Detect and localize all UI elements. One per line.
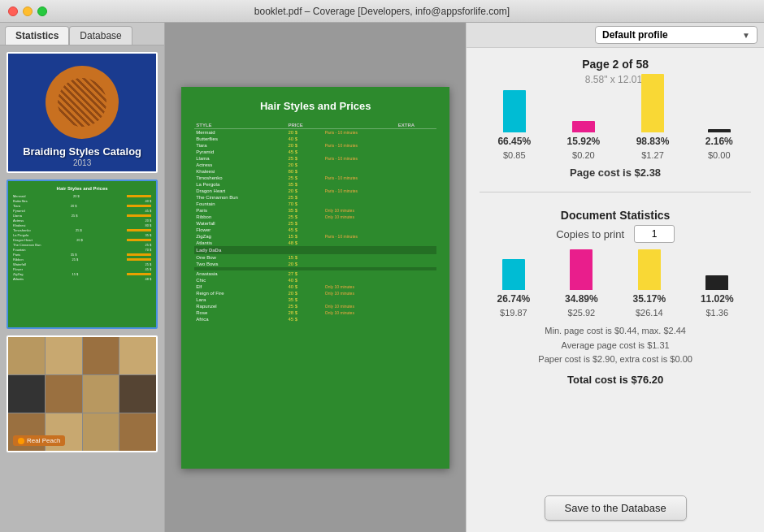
- doc-yellow-pct: 35.17%: [632, 293, 666, 305]
- price-cell: 25 $: [286, 155, 323, 162]
- note-cell: [323, 194, 397, 201]
- extra-cell: [397, 155, 436, 162]
- photo-cell: [46, 375, 82, 413]
- list-item: Pyramid45 $: [13, 209, 151, 213]
- chevron-down-icon: ▼: [742, 31, 750, 40]
- table-row: Timoshenko: [194, 175, 286, 181]
- title-bar: booklet.pdf – Coverage [Developers, info…: [0, 0, 764, 23]
- list-item: Actress20 $: [13, 218, 151, 223]
- window-title: booklet.pdf – Coverage [Developers, info…: [254, 6, 510, 17]
- col-extra: EXTRA: [397, 122, 436, 129]
- table-row: Rose: [194, 309, 286, 316]
- table-row: Fountain: [194, 201, 286, 207]
- extra-cell: [397, 254, 436, 261]
- table-row: Two Bows: [194, 261, 286, 267]
- profile-dropdown[interactable]: Default profile ▼: [595, 26, 757, 44]
- tab-database[interactable]: Database: [69, 26, 132, 45]
- list-item: Butterflies40 $: [13, 199, 151, 203]
- note-cell: [323, 181, 397, 188]
- extra-cell: [397, 149, 436, 155]
- magenta-cost: $0.20: [572, 150, 595, 160]
- page-info-title: Page 2 of 58: [480, 58, 751, 71]
- total-cost: Total cost is $76.20: [480, 374, 751, 386]
- table-row: Khaleesi: [194, 168, 286, 175]
- photo-cell: [8, 375, 45, 413]
- cyan-bar: [503, 90, 526, 132]
- extra-cell: [397, 240, 436, 246]
- page-dimensions: 8.58" x 12.01": [480, 74, 751, 85]
- list-item: Llama25 $: [13, 214, 151, 218]
- close-button[interactable]: [8, 6, 18, 16]
- average-line: Average page cost is $1.31: [480, 339, 751, 353]
- price-cell: 25 $: [286, 220, 323, 227]
- note-cell: Only 10 minutes: [323, 207, 397, 214]
- price-cell: 20 $: [286, 142, 323, 149]
- page2-title: Hair Styles and Prices: [13, 186, 151, 191]
- price-cell: 20 $: [286, 290, 323, 296]
- cover-year: 2013: [73, 158, 91, 167]
- cyan-bar-group: 66.45% $0.85: [497, 90, 531, 160]
- table-row: Atlantis: [194, 240, 286, 246]
- photo-cell: [8, 337, 45, 374]
- window-controls: [8, 6, 47, 16]
- doc-yellow-cost: $26.14: [636, 308, 663, 318]
- price-cell: 28 $: [286, 309, 323, 316]
- table-section-header: Lady DaDa: [194, 246, 436, 254]
- table-row: Lara: [194, 296, 286, 303]
- maximize-button[interactable]: [37, 6, 47, 16]
- price-cell: 27 $: [286, 270, 323, 277]
- tab-statistics[interactable]: Statistics: [5, 26, 69, 45]
- save-to-database-button[interactable]: Save to the Database: [545, 495, 687, 521]
- doc-black-bar: [705, 275, 728, 290]
- note-cell: [323, 240, 397, 246]
- extra-cell: [397, 207, 436, 214]
- photo-cell: [83, 413, 119, 451]
- extra-cell: [397, 261, 436, 267]
- price-cell: 35 $: [286, 207, 323, 214]
- copies-input[interactable]: [634, 225, 675, 243]
- yellow-pct: 98.83%: [636, 136, 670, 147]
- extra-cell: [397, 296, 436, 303]
- photo-cell: [119, 413, 156, 451]
- table-row: Mermaid: [194, 128, 286, 136]
- thumbnail-page2[interactable]: Hair Styles and Prices Mermaid20 $ Butte…: [7, 179, 158, 329]
- note-cell: [323, 270, 397, 277]
- thumbnail-photos[interactable]: Real Peach: [7, 335, 158, 452]
- price-cell: 20 $: [286, 188, 323, 194]
- price-cell: 15 $: [286, 233, 323, 240]
- copies-label: Copies to print: [556, 228, 624, 240]
- extra-cell: [397, 214, 436, 220]
- minimize-button[interactable]: [23, 6, 33, 16]
- list-item: Tiara20 $: [13, 204, 151, 208]
- note-cell: [323, 162, 397, 168]
- price-cell: 45 $: [286, 149, 323, 155]
- note-cell: Paris - 10 minutes: [323, 128, 397, 136]
- note-cell: [323, 201, 397, 207]
- black-bar: [708, 129, 731, 132]
- list-item: Dragon Heart20 $: [13, 238, 151, 242]
- right-header: Default profile ▼: [467, 23, 764, 48]
- price-cell: 20 $: [286, 261, 323, 267]
- doc-black-bar-group: 11.02% $1.36: [701, 275, 734, 318]
- price-cell: 25 $: [286, 175, 323, 181]
- table-row: Llama: [194, 155, 286, 162]
- extra-cell: [397, 188, 436, 194]
- table-row: The Cinnamon Bun: [194, 194, 286, 201]
- copies-row: Copies to print: [480, 225, 751, 243]
- extra-cell: [397, 233, 436, 240]
- thumbnail-cover[interactable]: Braiding Styles Catalog 2013: [7, 52, 158, 173]
- doc-cyan-cost: $19.87: [500, 308, 527, 318]
- photo-cell: [119, 337, 156, 374]
- price-cell: 20 $: [286, 128, 323, 136]
- list-item: The Cinnamon Bun25 $: [13, 243, 151, 247]
- col-price: PRICE: [286, 122, 323, 129]
- extra-cell: [397, 168, 436, 175]
- list-item: La Pergola35 $: [13, 233, 151, 237]
- price-cell: 35 $: [286, 181, 323, 188]
- table-row: Actress: [194, 162, 286, 168]
- list-item: Mermaid20 $: [13, 194, 151, 198]
- doc-magenta-cost: $25.92: [568, 308, 596, 318]
- note-cell: Paris - 10 minutes: [323, 142, 397, 149]
- note-cell: [323, 316, 397, 322]
- table-row: Tiara: [194, 142, 286, 149]
